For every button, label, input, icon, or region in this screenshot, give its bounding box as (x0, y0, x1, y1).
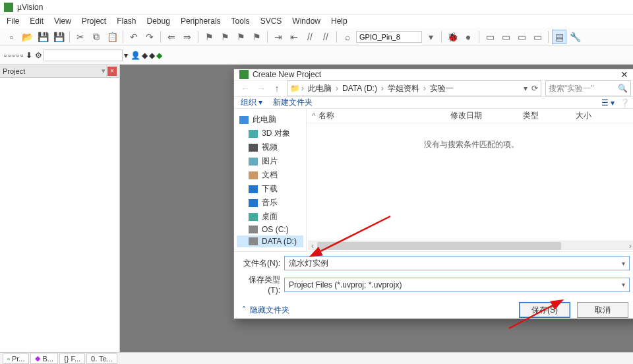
menu-project[interactable]: Project (78, 15, 110, 27)
menu-file[interactable]: File (3, 15, 23, 27)
window3-icon[interactable]: ▭ (514, 30, 529, 44)
chevron-up-icon[interactable]: ˄ (242, 305, 246, 315)
panel-dropdown-icon[interactable]: ▾ (102, 67, 106, 75)
help-icon[interactable]: ❔ (620, 98, 630, 107)
open-icon[interactable]: 📂 (20, 30, 34, 44)
search-input[interactable] (356, 31, 422, 43)
save-button[interactable]: 保存(S) (519, 302, 570, 318)
target-dropdown-icon[interactable]: ▾ (124, 51, 128, 60)
refresh-icon[interactable]: ⟳ (531, 84, 538, 93)
panel-close-icon[interactable]: × (107, 67, 117, 76)
menu-help[interactable]: Help (327, 15, 351, 27)
tree-item-video[interactable]: 视频 (237, 140, 303, 154)
menu-svcs[interactable]: SVCS (256, 15, 286, 27)
col-date[interactable]: 修改日期 (450, 110, 523, 121)
bookmark-clear-icon[interactable]: ⚑ (249, 30, 264, 44)
download-icon[interactable]: ⬇ (26, 51, 32, 60)
tree-item-3d[interactable]: 3D 对象 (237, 127, 303, 140)
save-all-icon[interactable]: 💾 (51, 30, 66, 44)
cut-icon[interactable]: ✂ (73, 30, 88, 44)
outdent-icon[interactable]: ⇤ (287, 30, 301, 44)
col-type[interactable]: 类型 (523, 110, 576, 121)
dialog-search-input[interactable]: 搜索"实验一" 🔍 (545, 80, 631, 96)
breadcrumb[interactable]: 📁 › 此电脑 › DATA (D:) › 学姐资料 › 实验一 ▾ ⟳ (287, 80, 541, 96)
scroll-thumb[interactable] (317, 242, 561, 250)
tree-item-osc[interactable]: OS (C:) (237, 224, 303, 235)
tree-item-music[interactable]: 音乐 (237, 196, 303, 210)
batch-build-icon[interactable]: ▫ (16, 51, 19, 60)
crumb-folder2[interactable]: 实验一 (427, 83, 456, 94)
tree-item-desktop[interactable]: 桌面 (237, 210, 303, 224)
bottom-tab-functions[interactable]: {} F... (59, 353, 85, 364)
indent-icon[interactable]: ⇥ (271, 30, 286, 44)
filetype-select[interactable]: Project Files (*.uvproj; *.uvprojx) ▾ (284, 278, 630, 292)
crumb-folder1[interactable]: 学姐资料 (385, 83, 422, 94)
breadcrumb-dropdown-icon[interactable]: ▾ (524, 84, 528, 93)
tree-item-image[interactable]: 图片 (237, 154, 303, 168)
filename-input[interactable]: 流水灯实例 ▾ (284, 256, 630, 270)
nav-forward-icon[interactable]: → (255, 83, 267, 94)
scroll-right-icon[interactable]: › (626, 241, 633, 251)
paste-icon[interactable]: 📋 (105, 30, 119, 44)
tree-item-download[interactable]: 下载 (237, 182, 303, 196)
find-icon[interactable]: ⌕ (340, 30, 355, 44)
col-size[interactable]: 大小 (576, 110, 631, 121)
bookmark-icon[interactable]: ⚑ (202, 30, 216, 44)
uncomment-icon[interactable]: // (318, 30, 333, 44)
menu-edit[interactable]: Edit (26, 15, 47, 27)
target-options-icon[interactable]: ⚙ (35, 51, 42, 60)
menu-peripherals[interactable]: Peripherals (177, 15, 225, 27)
save-icon[interactable]: 💾 (36, 30, 50, 44)
config-icon[interactable]: 🔧 (568, 30, 582, 44)
window1-icon[interactable]: ▭ (483, 30, 497, 44)
bookmark-next-icon[interactable]: ⚑ (233, 30, 248, 44)
translate-icon[interactable]: ▫ (4, 51, 7, 60)
filetype-dropdown-icon[interactable]: ▾ (622, 281, 625, 288)
cancel-button[interactable]: 取消 (577, 302, 628, 318)
filename-dropdown-icon[interactable]: ▾ (622, 260, 625, 267)
toolbox-icon[interactable]: ▤ (552, 30, 566, 44)
organize-button[interactable]: 组织 ▾ (241, 97, 262, 108)
breakpoint-icon[interactable]: ● (461, 30, 475, 44)
stop-build-icon[interactable]: ▫ (20, 51, 23, 60)
rte-icon[interactable]: ◆ (156, 51, 162, 60)
menu-window[interactable]: Window (288, 15, 324, 27)
horizontal-scrollbar[interactable]: ‹ › (308, 241, 633, 250)
new-file-icon[interactable]: ▫ (4, 30, 18, 44)
books-icon[interactable]: ◆ (149, 51, 155, 60)
window4-icon[interactable]: ▭ (530, 30, 545, 44)
bookmark-prev-icon[interactable]: ⚑ (218, 30, 232, 44)
bottom-tab-project[interactable]: ▫Pr... (3, 353, 29, 364)
col-name[interactable]: 名称 (318, 110, 450, 121)
nav-fwd-icon[interactable]: ⇒ (180, 30, 195, 44)
bottom-tab-templates[interactable]: 0. Te... (86, 353, 117, 364)
folder-tree[interactable]: 此电脑 3D 对象 视频 图片 文档 下载 音乐 桌面 OS (C:) DATA… (234, 109, 307, 251)
tree-item-pc[interactable]: 此电脑 (237, 113, 303, 127)
scroll-left-icon[interactable]: ‹ (308, 241, 317, 251)
build-icon[interactable]: ▫ (8, 51, 11, 60)
copy-icon[interactable]: ⧉ (89, 30, 104, 44)
nav-back-icon[interactable]: ⇐ (164, 30, 179, 44)
search-dropdown-icon[interactable]: ▾ (423, 30, 438, 44)
menu-flash[interactable]: Flash (113, 15, 140, 27)
menu-debug[interactable]: Debug (143, 15, 174, 27)
new-folder-button[interactable]: 新建文件夹 (273, 97, 313, 108)
rebuild-icon[interactable]: ▫ (13, 51, 15, 60)
bottom-tab-books[interactable]: ◆B... (30, 353, 58, 364)
crumb-pc[interactable]: 此电脑 (305, 83, 334, 94)
nav-up-icon[interactable]: ↑ (271, 83, 283, 94)
undo-icon[interactable]: ↶ (127, 30, 141, 44)
tree-item-doc[interactable]: 文档 (237, 168, 303, 182)
window2-icon[interactable]: ▭ (498, 30, 513, 44)
project-tree[interactable] (0, 78, 119, 352)
dialog-close-icon[interactable]: ✕ (618, 69, 631, 80)
menu-view[interactable]: View (50, 15, 75, 27)
nav-back-icon[interactable]: ← (239, 83, 251, 94)
manage-icon[interactable]: 👤 (131, 51, 140, 60)
hide-folders-link[interactable]: 隐藏文件夹 (250, 305, 289, 316)
crumb-drive[interactable]: DATA (D:) (340, 84, 380, 93)
debug-icon[interactable]: 🐞 (445, 30, 460, 44)
redo-icon[interactable]: ↷ (142, 30, 157, 44)
pack-icon[interactable]: ◆ (142, 51, 148, 60)
comment-icon[interactable]: // (303, 30, 317, 44)
